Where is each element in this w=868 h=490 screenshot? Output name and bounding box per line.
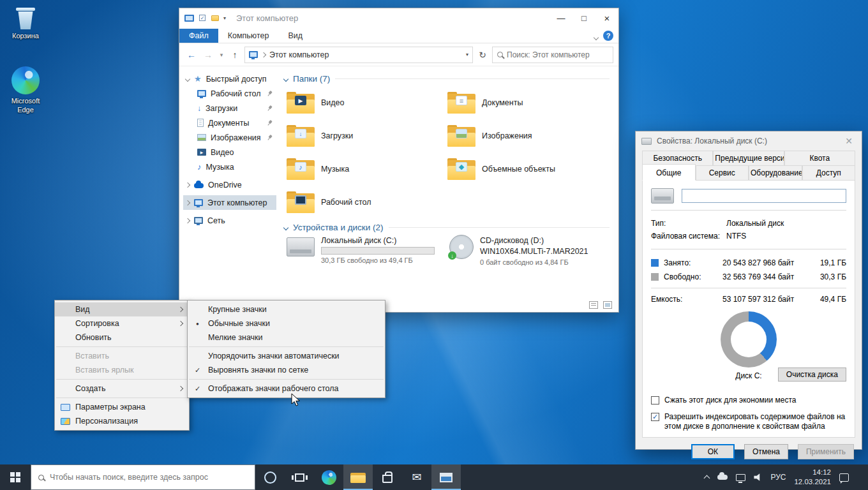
submenu-item-large-icons[interactable]: Крупные значки [188, 302, 385, 316]
collapse-group-icon[interactable] [283, 225, 288, 230]
taskbar-mail-button[interactable]: ✉ [402, 464, 431, 490]
ok-button[interactable]: ОК [691, 444, 735, 459]
cortana-button[interactable] [255, 464, 285, 490]
up-icon[interactable]: ↑ [228, 50, 242, 60]
folder-item-desktop[interactable]: Рабочий стол [287, 186, 447, 219]
folder-item-documents[interactable]: ≡ Документы [447, 86, 608, 119]
group-header-drives[interactable]: Устройства и диски (2) [284, 223, 610, 232]
submenu-item-show-desktop-icons[interactable]: ✓ Отображать значки рабочего стола [188, 382, 385, 396]
recent-locations-icon[interactable]: ▾ [218, 52, 225, 58]
onedrive-tray-icon[interactable] [717, 475, 728, 480]
menu-item-view[interactable]: Вид [55, 302, 189, 316]
maximize-button[interactable]: □ [572, 8, 595, 27]
submenu-item-small-icons[interactable]: Мелкие значки [188, 330, 385, 345]
tab-quota[interactable]: Квота [784, 151, 855, 166]
sidebar-item-pictures[interactable]: Изображения [183, 130, 276, 145]
tab-previous-versions[interactable]: Предыдущие версии [713, 151, 784, 166]
menu-item-new[interactable]: Создать [55, 382, 189, 396]
folder-item-music[interactable]: ♪ Музыка [287, 152, 447, 186]
qat-properties-icon[interactable]: ✓ [198, 14, 207, 22]
folder-item-pictures[interactable]: Изображения [447, 119, 608, 152]
network-tray-icon[interactable] [736, 474, 745, 481]
menu-item-display-settings[interactable]: Параметры экрана [55, 400, 189, 414]
volume-tray-icon[interactable] [754, 473, 762, 482]
disk-cleanup-button[interactable]: Очистка диска [778, 368, 846, 382]
submenu-item-medium-icons[interactable]: ● Обычные значки [188, 316, 385, 330]
taskbar-explorer-button[interactable] [343, 464, 373, 490]
volume-label-input[interactable] [682, 189, 846, 203]
address-dropdown-icon[interactable]: ▾ [466, 52, 468, 57]
drive-item-d[interactable]: CD-дисковод (D:) WIN10X64.MULTi-7.MAR202… [447, 235, 608, 266]
compress-checkbox-row[interactable]: Сжать этот диск для экономии места [651, 396, 846, 406]
tab-sharing[interactable]: Доступ [802, 165, 856, 181]
folder-item-downloads[interactable]: ↓ Загрузки [287, 119, 447, 152]
expand-ribbon-icon[interactable] [594, 35, 599, 40]
taskbar-store-button[interactable] [373, 464, 402, 490]
sidebar-item-desktop[interactable]: Рабочий стол [183, 86, 276, 101]
menu-item-paste-shortcut[interactable]: Вставить ярлык [55, 363, 189, 377]
qat-customize-icon[interactable]: ▾ [223, 15, 226, 21]
action-center-icon[interactable] [839, 473, 849, 482]
search-box[interactable] [492, 47, 613, 63]
breadcrumb[interactable]: Этот компьютер [269, 50, 462, 59]
sidebar-item-downloads[interactable]: ↓ Загрузки [183, 101, 276, 115]
taskbar-clock[interactable]: 14:12 12.03.2021 [794, 468, 831, 487]
tab-general[interactable]: Общие [642, 164, 696, 181]
close-button[interactable]: × [595, 8, 618, 27]
task-view-button[interactable] [285, 464, 314, 490]
collapse-group-icon[interactable] [283, 76, 288, 81]
tab-tools[interactable]: Сервис [696, 165, 749, 181]
checkbox-checked-icon[interactable]: ✓ [651, 413, 659, 421]
sidebar-item-this-pc[interactable]: Этот компьютер [183, 195, 276, 210]
address-box[interactable]: Этот компьютер ▾ [244, 47, 473, 63]
submenu-item-auto-arrange[interactable]: Упорядочить значки автоматически [188, 349, 385, 363]
tab-hardware[interactable]: Оборудование [749, 165, 802, 181]
search-input[interactable] [507, 50, 608, 59]
sidebar-item-onedrive[interactable]: OneDrive [183, 177, 276, 192]
chevron-right-icon[interactable] [185, 200, 190, 205]
taskbar-search-box[interactable] [31, 464, 255, 490]
menu-item-personalization[interactable]: Персонализация [55, 414, 189, 428]
checkbox-unchecked-icon[interactable] [651, 396, 659, 405]
sidebar-item-documents[interactable]: Документы [183, 115, 276, 130]
apply-button[interactable]: Применить [798, 444, 854, 459]
folder-item-3d-objects[interactable]: ◆ Объемные объекты [447, 152, 608, 186]
tab-file[interactable]: Файл [179, 29, 218, 43]
forward-icon[interactable]: → [201, 50, 215, 60]
chevron-right-icon[interactable] [185, 218, 190, 223]
tab-view[interactable]: Вид [278, 29, 312, 43]
sidebar-item-music[interactable]: ♪ Музыка [183, 160, 276, 174]
desktop-icon-edge[interactable]: Microsoft Edge [3, 66, 49, 115]
tab-computer[interactable]: Компьютер [218, 29, 279, 43]
large-icons-view-icon[interactable] [603, 301, 612, 309]
help-icon[interactable]: ? [603, 31, 613, 41]
folder-item-videos[interactable]: ▶ Видео [287, 86, 447, 119]
sidebar-item-videos[interactable]: ▶ Видео [183, 145, 276, 160]
desktop-icon-recycle-bin[interactable]: Корзина [3, 8, 49, 41]
taskbar-properties-app-button[interactable] [431, 464, 461, 490]
menu-item-paste[interactable]: Вставить [55, 349, 189, 363]
index-checkbox-row[interactable]: ✓ Разрешить индексировать содержимое фай… [651, 412, 846, 432]
breadcrumb-chevron-icon[interactable] [261, 52, 266, 57]
close-icon[interactable]: ✕ [836, 131, 862, 151]
taskbar-search-input[interactable] [50, 473, 248, 482]
details-view-icon[interactable] [589, 301, 598, 309]
sidebar-item-quick-access[interactable]: ★ Быстрый доступ [183, 71, 276, 86]
refresh-icon[interactable]: ↻ [475, 50, 490, 60]
submenu-item-align-to-grid[interactable]: ✓ Выровнять значки по сетке [188, 363, 385, 377]
qat-new-folder-icon[interactable] [211, 14, 220, 22]
back-icon[interactable]: ← [184, 50, 198, 60]
language-indicator[interactable]: РУС [770, 473, 786, 482]
cancel-button[interactable]: Отмена [744, 444, 788, 459]
start-button[interactable] [0, 464, 31, 490]
menu-item-refresh[interactable]: Обновить [55, 330, 189, 345]
hidden-icons-chevron-icon[interactable] [704, 475, 710, 482]
chevron-right-icon[interactable] [185, 182, 190, 187]
sidebar-item-network[interactable]: Сеть [183, 213, 276, 228]
chevron-down-icon[interactable] [185, 76, 190, 81]
menu-item-sort[interactable]: Сортировка [55, 316, 189, 330]
drive-item-c[interactable]: Локальный диск (C:) 30,3 ГБ свободно из … [287, 235, 447, 266]
taskbar-edge-button[interactable] [314, 464, 343, 490]
minimize-button[interactable]: — [550, 8, 572, 27]
group-header-folders[interactable]: Папки (7) [284, 74, 610, 84]
